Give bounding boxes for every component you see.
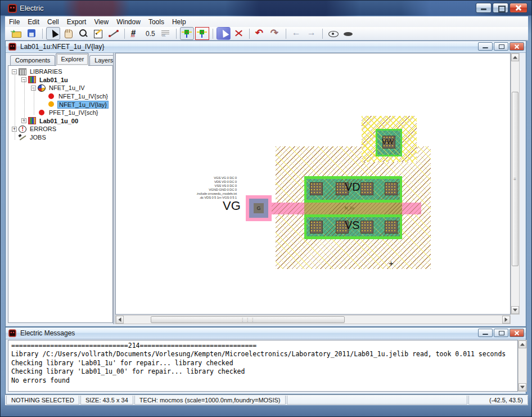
- well-label: VW: [382, 137, 394, 146]
- layout-canvas[interactable]: VW VD VS N_1u: [115, 53, 511, 315]
- undo-button[interactable]: [253, 27, 267, 40]
- zoom-button[interactable]: [76, 27, 91, 40]
- outline-edit-button[interactable]: [92, 27, 106, 40]
- well-tap-active[interactable]: VW: [376, 129, 402, 156]
- source-contact-cut[interactable]: [360, 221, 373, 234]
- tree-item-label: JOBS: [29, 134, 47, 141]
- selection-status: NOTHING SELECTED: [6, 396, 79, 405]
- open-library-button[interactable]: [10, 27, 24, 40]
- menu-item-edit[interactable]: Edit: [24, 17, 43, 26]
- poly-gate-left[interactable]: [270, 203, 305, 214]
- messages-log[interactable]: ==============================214=======…: [8, 340, 518, 392]
- tree-item-label: LIBRARIES: [29, 68, 63, 75]
- tree-item-label: PFET_1u_IV{sch}: [48, 109, 99, 116]
- close-button[interactable]: [510, 3, 528, 13]
- canvas-hscrollbar[interactable]: ⋮⋮⋮: [115, 315, 511, 324]
- click-select-button[interactable]: [46, 27, 60, 40]
- spice-line: .include cmosedu_models.txt: [165, 192, 237, 196]
- spice-line: .dc VDS 0 5 1m VGS 0 5 1: [165, 196, 237, 200]
- explorer-tree-panel[interactable]: −LIBRARIES−Lab01_1u−NFET_1u_IVNFET_1u_IV…: [8, 65, 113, 323]
- scroll-down-button[interactable]: [519, 383, 526, 391]
- toolbar-separator: [322, 29, 323, 39]
- full-arc-button[interactable]: [180, 27, 194, 40]
- toolbar-separator: [176, 29, 177, 39]
- source-contact-cut[interactable]: [310, 221, 323, 234]
- sidebar-item-errors[interactable]: +ERRORS: [8, 125, 112, 133]
- maximize-button[interactable]: [493, 3, 508, 13]
- menu-item-help[interactable]: Help: [168, 17, 190, 26]
- nfet-active-area[interactable]: VD VS N_1u: [304, 176, 402, 239]
- menu-bar: FileEditCellExportViewWindowToolsHelp: [5, 16, 528, 28]
- spice-line: VDS VD 0 DC 0: [165, 180, 237, 184]
- tab-explorer[interactable]: Explorer: [56, 53, 89, 66]
- grid-spacing-label: 0.5: [143, 30, 157, 38]
- messages-maximize-button[interactable]: [494, 329, 508, 337]
- message-line: Checking library 'Lab01_1u_00' for repai…: [11, 367, 517, 376]
- electric-messages-icon: [8, 329, 16, 337]
- go-forward-button[interactable]: [305, 27, 319, 40]
- edit-maximize-button[interactable]: [494, 42, 508, 51]
- measure-button[interactable]: [107, 27, 121, 40]
- spice-line: VGS VG 0 DC 0: [165, 176, 237, 180]
- edit-window-titlebar[interactable]: Lab01_1u:NFET_1u_IV{lay}: [6, 41, 526, 53]
- drain-contact-cut[interactable]: [360, 182, 373, 195]
- source-contact-cut[interactable]: [385, 221, 398, 234]
- sidebar-item-libraries[interactable]: −LIBRARIES: [8, 68, 112, 76]
- partial-arc-button[interactable]: [195, 27, 209, 40]
- scroll-left-button[interactable]: [116, 316, 124, 324]
- messages-titlebar[interactable]: Electric Messages: [6, 328, 526, 339]
- cell-origin-marker: +: [389, 258, 394, 268]
- toggle-grid-button[interactable]: [128, 27, 142, 40]
- minimize-button[interactable]: [476, 3, 492, 13]
- scroll-right-button[interactable]: [502, 316, 510, 324]
- expand-view-button[interactable]: [326, 27, 340, 40]
- menu-item-export[interactable]: Export: [63, 17, 91, 26]
- drain-contact-cut[interactable]: [385, 182, 398, 195]
- hscroll-thumb[interactable]: ⋮⋮⋮: [151, 316, 345, 323]
- pan-button[interactable]: [61, 27, 75, 40]
- collapse-view-button[interactable]: [341, 27, 355, 40]
- poly-contact-pad[interactable]: G: [246, 195, 272, 221]
- source-label: VS: [345, 219, 360, 232]
- app-title: Electric: [20, 4, 44, 12]
- menu-item-view[interactable]: View: [90, 17, 112, 26]
- messages-window: Electric Messages ======================…: [5, 327, 526, 394]
- menu-item-cell[interactable]: Cell: [43, 17, 63, 26]
- save-button[interactable]: [25, 27, 39, 40]
- sidebar-item-jobs[interactable]: JOBS: [8, 133, 112, 142]
- menu-item-tools[interactable]: Tools: [145, 17, 168, 26]
- scroll-up-button[interactable]: [511, 53, 519, 61]
- edit-minimize-button[interactable]: [478, 42, 493, 51]
- scroll-up-button[interactable]: [519, 340, 526, 348]
- cleanup-button[interactable]: [232, 27, 246, 40]
- edit-window-title: Lab01_1u:NFET_1u_IV{lay}: [20, 43, 104, 51]
- canvas-vscrollbar[interactable]: ≡: [511, 53, 520, 315]
- special-select-button[interactable]: [217, 27, 231, 40]
- poly-gate-right[interactable]: [401, 203, 421, 214]
- reddot-icon: [47, 93, 55, 100]
- tree-item-label: NFET_1u_IV{lay}: [57, 101, 109, 109]
- messages-vscrollbar[interactable]: [518, 340, 527, 392]
- tree-item-label: Lab01_1u_00: [38, 118, 79, 124]
- jobs-icon: [19, 134, 26, 141]
- messages-minimize-button[interactable]: [478, 329, 493, 337]
- drain-contact-cut[interactable]: [310, 182, 323, 195]
- vscroll-thumb[interactable]: ≡: [512, 92, 519, 266]
- messages-close-button[interactable]: [510, 329, 524, 337]
- menu-item-file[interactable]: File: [5, 17, 24, 26]
- go-back-button[interactable]: [290, 27, 304, 40]
- tree-item-label: ERRORS: [29, 125, 57, 132]
- library-icon: [28, 117, 36, 124]
- edit-close-button[interactable]: [510, 42, 524, 51]
- tab-components[interactable]: Components: [10, 55, 55, 66]
- redo-button[interactable]: [268, 27, 282, 40]
- toolbar-separator: [124, 29, 125, 39]
- drain-label: VD: [345, 181, 360, 194]
- status-spacer: [287, 396, 467, 405]
- scroll-down-button[interactable]: [511, 306, 519, 314]
- alignment-button[interactable]: [159, 27, 173, 40]
- errors-icon: [19, 125, 26, 133]
- menu-item-window[interactable]: Window: [112, 17, 145, 26]
- tree-guide: [34, 89, 34, 115]
- main-titlebar[interactable]: Electric: [1, 1, 532, 16]
